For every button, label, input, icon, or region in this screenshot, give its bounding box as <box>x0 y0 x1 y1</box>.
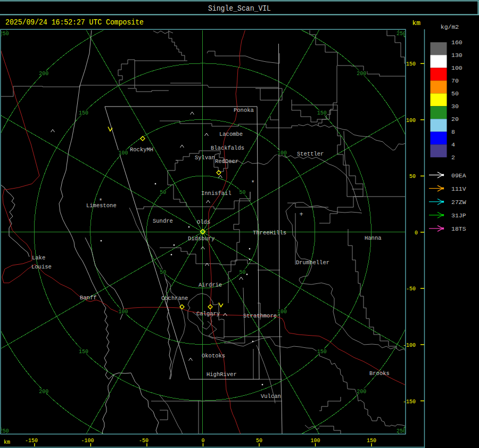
svg-text:Blackfalds: Blackfalds <box>211 145 244 151</box>
svg-text:200: 200 <box>357 389 366 395</box>
svg-text:Lacombe: Lacombe <box>219 131 243 137</box>
svg-text:0: 0 <box>201 438 204 444</box>
svg-text:Single_Scan_VIL: Single_Scan_VIL <box>208 4 271 13</box>
svg-text:150: 150 <box>317 110 327 116</box>
svg-text:130: 130 <box>451 52 463 59</box>
svg-text:27ZW: 27ZW <box>451 199 466 206</box>
svg-text:-50: -50 <box>139 438 148 444</box>
svg-text:31JP: 31JP <box>451 212 466 219</box>
svg-text:-100: -100 <box>403 343 416 348</box>
svg-text:Strathmore: Strathmore <box>243 313 277 319</box>
svg-text:200: 200 <box>39 71 48 77</box>
svg-text:Sylvan: Sylvan <box>195 154 215 161</box>
svg-text:Olds: Olds <box>197 219 210 225</box>
svg-text:50: 50 <box>451 90 459 97</box>
svg-text:150: 150 <box>317 349 327 355</box>
svg-text:200: 200 <box>357 71 366 77</box>
svg-text:250: 250 <box>397 428 406 434</box>
svg-text:RockyMH: RockyMH <box>130 146 153 153</box>
svg-text:*: * <box>251 180 254 187</box>
svg-text:-150: -150 <box>403 399 416 405</box>
svg-text:50: 50 <box>239 270 245 275</box>
svg-text:-50: -50 <box>406 286 416 292</box>
svg-text:Stettler: Stettler <box>297 151 324 157</box>
svg-text:50: 50 <box>256 438 262 444</box>
svg-text:Okotoks: Okotoks <box>202 353 225 359</box>
svg-text:100: 100 <box>310 438 320 444</box>
svg-text:111V: 111V <box>451 185 466 192</box>
svg-text:150: 150 <box>79 110 88 116</box>
svg-text:50: 50 <box>160 190 166 196</box>
svg-text:50: 50 <box>160 270 166 275</box>
svg-text:20: 20 <box>451 116 459 123</box>
svg-text:RedDeer: RedDeer <box>215 158 238 165</box>
svg-text:Didsbury: Didsbury <box>188 235 214 242</box>
svg-text:50: 50 <box>239 190 245 196</box>
svg-text:100: 100 <box>277 309 287 315</box>
svg-text:0: 0 <box>415 230 418 236</box>
svg-text:2025/09/24 16:52:27 UTC Compos: 2025/09/24 16:52:27 UTC Composite <box>5 18 144 27</box>
svg-text:Cochrane: Cochrane <box>161 295 188 302</box>
svg-text:Calgary: Calgary <box>196 311 220 317</box>
svg-text:+: + <box>299 211 303 218</box>
svg-text:150: 150 <box>79 349 88 355</box>
svg-text:-100: -100 <box>81 438 94 444</box>
svg-text:100: 100 <box>277 150 287 156</box>
svg-text:30: 30 <box>451 103 459 110</box>
svg-text:2: 2 <box>451 154 455 161</box>
svg-text:Innisfail: Innisfail <box>201 190 232 197</box>
svg-text:150: 150 <box>406 61 416 67</box>
svg-text:150: 150 <box>367 438 376 444</box>
svg-text:Ponoka: Ponoka <box>234 107 254 113</box>
svg-text:200: 200 <box>39 389 48 395</box>
svg-text:50: 50 <box>409 174 416 180</box>
svg-text:Hanna: Hanna <box>365 235 382 241</box>
svg-text:km: km <box>412 19 420 27</box>
svg-text:Louise: Louise <box>31 264 52 270</box>
svg-text:HighRiver: HighRiver <box>207 371 237 378</box>
svg-text:Lake: Lake <box>32 255 45 261</box>
svg-text:18TS: 18TS <box>451 225 466 232</box>
svg-text:Limestone: Limestone <box>86 202 117 209</box>
svg-text:kg/m2: kg/m2 <box>441 23 459 30</box>
svg-text:250: 250 <box>397 31 406 37</box>
svg-text:8: 8 <box>451 128 455 135</box>
svg-text:Drumheller: Drumheller <box>296 259 329 266</box>
svg-text:Brooks: Brooks <box>369 370 390 377</box>
svg-text:160: 160 <box>451 39 463 46</box>
svg-text:250: 250 <box>0 31 9 37</box>
svg-text:09EA: 09EA <box>451 172 466 179</box>
svg-text:100: 100 <box>119 309 128 315</box>
svg-text:-150: -150 <box>25 438 38 444</box>
svg-text:Vulcan: Vulcan <box>261 393 281 400</box>
svg-text:100: 100 <box>451 64 463 71</box>
svg-text:250: 250 <box>0 428 9 434</box>
svg-text:4: 4 <box>451 141 455 148</box>
svg-text:ThreeHills: ThreeHills <box>253 230 286 236</box>
svg-text:Sundre: Sundre <box>153 218 173 224</box>
svg-text:70: 70 <box>451 77 459 84</box>
svg-text:km: km <box>4 439 10 445</box>
svg-text:Airdrie: Airdrie <box>199 282 222 288</box>
svg-text:100: 100 <box>406 118 416 124</box>
svg-text:Banff: Banff <box>80 295 97 301</box>
svg-text:100: 100 <box>119 150 128 156</box>
